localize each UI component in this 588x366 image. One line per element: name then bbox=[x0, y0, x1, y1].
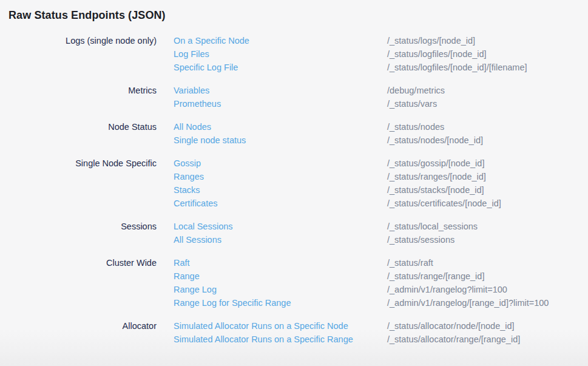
endpoint-path: /_status/range/[range_id] bbox=[387, 269, 484, 283]
endpoint-path: /_status/vars bbox=[387, 97, 437, 110]
endpoint-link[interactable]: Gossip bbox=[174, 157, 387, 170]
endpoint-path: /_status/local_sessions bbox=[387, 220, 478, 233]
endpoint-path: /_status/nodes bbox=[387, 120, 444, 134]
endpoint-entries: All Nodes /_status/nodes Single node sta… bbox=[174, 120, 588, 147]
endpoint-row: Certificates /_status/certificates/[node… bbox=[174, 197, 588, 210]
endpoint-group: Single Node Specific Gossip /_status/gos… bbox=[0, 157, 588, 210]
endpoint-link[interactable]: Simulated Allocator Runs on a Specific N… bbox=[174, 319, 387, 333]
endpoint-row: Range /_status/range/[range_id] bbox=[174, 269, 588, 283]
endpoint-entries: Gossip /_status/gossip/[node_id] Ranges … bbox=[174, 157, 588, 210]
endpoint-path: /_status/nodes/[node_id] bbox=[387, 134, 483, 147]
endpoint-row: Single node status /_status/nodes/[node_… bbox=[174, 134, 588, 147]
endpoint-row: On a Specific Node /_status/logs/[node_i… bbox=[174, 34, 588, 47]
endpoint-row: Range Log /_admin/v1/rangelog?limit=100 bbox=[174, 283, 588, 296]
endpoint-row: Range Log for Specific Range /_admin/v1/… bbox=[174, 296, 588, 310]
endpoint-path: /_status/logfiles/[node_id]/[filename] bbox=[387, 61, 527, 74]
endpoint-table: Logs (single node only) On a Specific No… bbox=[0, 34, 588, 346]
endpoint-row: Gossip /_status/gossip/[node_id] bbox=[174, 157, 588, 170]
endpoint-group: Sessions Local Sessions /_status/local_s… bbox=[0, 220, 588, 246]
endpoint-link[interactable]: Single node status bbox=[174, 134, 387, 147]
endpoint-link[interactable]: Variables bbox=[174, 84, 387, 97]
endpoint-row: Raft /_status/raft bbox=[174, 256, 588, 269]
endpoint-entries: Simulated Allocator Runs on a Specific N… bbox=[174, 319, 588, 346]
endpoint-link[interactable]: Certificates bbox=[174, 197, 387, 210]
endpoint-row: Prometheus /_status/vars bbox=[174, 97, 588, 110]
endpoint-path: /_status/ranges/[node_id] bbox=[387, 170, 486, 183]
endpoint-path: /_admin/v1/rangelog/[range_id]?limit=100 bbox=[387, 296, 549, 310]
endpoint-entries: Raft /_status/raft Range /_status/range/… bbox=[174, 256, 588, 310]
endpoint-group: Logs (single node only) On a Specific No… bbox=[0, 34, 588, 74]
endpoint-path: /_status/certificates/[node_id] bbox=[387, 197, 501, 210]
endpoint-group: Allocator Simulated Allocator Runs on a … bbox=[0, 319, 588, 346]
endpoint-link[interactable]: On a Specific Node bbox=[174, 34, 387, 47]
endpoint-entries: Variables /debug/metrics Prometheus /_st… bbox=[174, 84, 588, 110]
category-label: Node Status bbox=[0, 120, 157, 134]
endpoint-path: /_status/logs/[node_id] bbox=[387, 34, 475, 47]
endpoint-path: /_status/sessions bbox=[387, 233, 455, 246]
endpoint-link[interactable]: Local Sessions bbox=[174, 220, 387, 233]
endpoint-path: /_status/logfiles/[node_id] bbox=[387, 47, 487, 61]
endpoint-path: /_status/allocator/range/[range_id] bbox=[387, 333, 520, 346]
category-label: Allocator bbox=[0, 319, 157, 333]
endpoint-path: /_status/allocator/node/[node_id] bbox=[387, 319, 515, 333]
endpoint-link[interactable]: Ranges bbox=[174, 170, 387, 183]
endpoint-entries: Local Sessions /_status/local_sessions A… bbox=[174, 220, 588, 246]
category-label: Cluster Wide bbox=[0, 256, 157, 269]
endpoint-group: Cluster Wide Raft /_status/raft Range /_… bbox=[0, 256, 588, 310]
endpoint-group: Metrics Variables /debug/metrics Prometh… bbox=[0, 84, 588, 110]
endpoint-path: /_admin/v1/rangelog?limit=100 bbox=[387, 283, 507, 296]
endpoint-link[interactable]: Simulated Allocator Runs on a Specific R… bbox=[174, 333, 387, 346]
endpoint-group: Node Status All Nodes /_status/nodes Sin… bbox=[0, 120, 588, 147]
endpoint-row: Specific Log File /_status/logfiles/[nod… bbox=[174, 61, 588, 74]
endpoint-path: /_status/gossip/[node_id] bbox=[387, 157, 484, 170]
endpoint-row: Simulated Allocator Runs on a Specific R… bbox=[174, 333, 588, 346]
endpoint-row: Stacks /_status/stacks/[node_id] bbox=[174, 183, 588, 197]
endpoint-row: Simulated Allocator Runs on a Specific N… bbox=[174, 319, 588, 333]
endpoint-row: All Sessions /_status/sessions bbox=[174, 233, 588, 246]
endpoint-link[interactable]: Raft bbox=[174, 256, 387, 269]
endpoint-link[interactable]: Stacks bbox=[174, 183, 387, 197]
endpoint-row: Local Sessions /_status/local_sessions bbox=[174, 220, 588, 233]
endpoint-entries: On a Specific Node /_status/logs/[node_i… bbox=[174, 34, 588, 74]
endpoint-link[interactable]: Log Files bbox=[174, 47, 387, 61]
endpoint-path: /_status/raft bbox=[387, 256, 433, 269]
endpoint-row: Variables /debug/metrics bbox=[174, 84, 588, 97]
endpoint-link[interactable]: Range Log bbox=[174, 283, 387, 296]
endpoint-link[interactable]: All Sessions bbox=[174, 233, 387, 246]
category-label: Logs (single node only) bbox=[0, 34, 157, 47]
endpoint-row: All Nodes /_status/nodes bbox=[174, 120, 588, 134]
endpoint-link[interactable]: Prometheus bbox=[174, 97, 387, 110]
endpoint-link[interactable]: All Nodes bbox=[174, 120, 387, 134]
endpoint-row: Log Files /_status/logfiles/[node_id] bbox=[174, 47, 588, 61]
category-label: Sessions bbox=[0, 220, 157, 233]
endpoint-link[interactable]: Range bbox=[174, 269, 387, 283]
endpoint-row: Ranges /_status/ranges/[node_id] bbox=[174, 170, 588, 183]
endpoint-link[interactable]: Range Log for Specific Range bbox=[174, 296, 387, 310]
category-label: Single Node Specific bbox=[0, 157, 157, 170]
endpoint-link[interactable]: Specific Log File bbox=[174, 61, 387, 74]
endpoint-path: /_status/stacks/[node_id] bbox=[387, 183, 484, 197]
endpoint-path: /debug/metrics bbox=[387, 84, 445, 97]
page-title: Raw Status Endpoints (JSON) bbox=[0, 0, 588, 22]
category-label: Metrics bbox=[0, 84, 157, 97]
